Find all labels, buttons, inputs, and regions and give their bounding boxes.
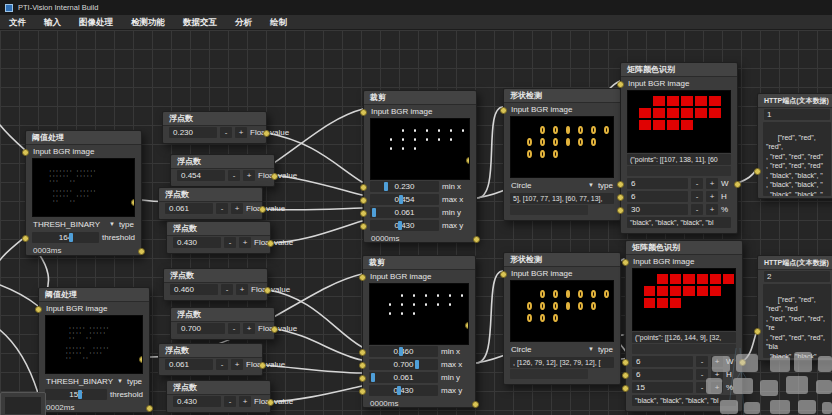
node-title[interactable]: HTTP端点(文本数据) bbox=[758, 94, 832, 108]
max-y-slider[interactable]: 0.430 bbox=[369, 385, 438, 396]
output-port[interactable] bbox=[146, 405, 153, 412]
max-x-slider[interactable]: 0.700 bbox=[369, 359, 438, 370]
plus-button[interactable]: + bbox=[243, 170, 255, 181]
result-field[interactable]: "black", "black", "black", "bl bbox=[632, 395, 736, 406]
width-port[interactable] bbox=[622, 359, 629, 366]
node-float-1[interactable]: 浮点数 0.230 - + Float value bbox=[162, 111, 267, 144]
input-port[interactable] bbox=[754, 168, 761, 175]
output-port[interactable] bbox=[267, 240, 274, 247]
minus-button[interactable]: - bbox=[691, 204, 703, 215]
node-float-6[interactable]: 浮点数 0.700 - + Float value bbox=[170, 307, 275, 340]
image-output-port[interactable] bbox=[139, 356, 143, 363]
image-output-port[interactable] bbox=[466, 157, 470, 164]
plus-button[interactable]: + bbox=[236, 284, 248, 295]
slider-handle[interactable] bbox=[69, 233, 73, 242]
node-title[interactable]: 裁剪 bbox=[364, 91, 476, 105]
minus-button[interactable]: - bbox=[696, 356, 708, 367]
node-float-4[interactable]: 浮点数 0.430 - + Float value bbox=[166, 221, 271, 254]
points-output-field[interactable]: , [126, 79, 12], [32, 79, 12], [ bbox=[510, 357, 614, 368]
node-float-3[interactable]: 浮点数 0.061 - + Float value bbox=[158, 187, 263, 220]
plus-button[interactable]: + bbox=[231, 359, 243, 370]
max-x-slider[interactable]: 0.454 bbox=[370, 194, 439, 205]
mode-dropdown[interactable]: THRESH_BINARY ▼ type bbox=[26, 217, 141, 231]
plus-button[interactable]: + bbox=[711, 382, 723, 393]
max-x-port[interactable] bbox=[360, 197, 367, 204]
plus-button[interactable]: + bbox=[706, 191, 718, 202]
plus-button[interactable]: + bbox=[231, 203, 243, 214]
plus-button[interactable]: + bbox=[239, 396, 251, 407]
secondary-field[interactable] bbox=[632, 344, 736, 354]
node-title[interactable]: 浮点数 bbox=[159, 188, 262, 202]
plus-button[interactable]: + bbox=[239, 237, 251, 248]
threshold-slider[interactable]: 164 bbox=[32, 232, 99, 243]
input-port[interactable] bbox=[617, 81, 624, 88]
min-y-port[interactable] bbox=[360, 210, 367, 217]
result-field[interactable]: "black", "black", "black", "bl bbox=[627, 217, 731, 228]
result-output-port[interactable] bbox=[734, 181, 741, 188]
node-title[interactable]: 浮点数 bbox=[167, 381, 270, 395]
output-port[interactable] bbox=[264, 287, 271, 294]
min-y-port[interactable] bbox=[359, 375, 366, 382]
max-x-port[interactable] bbox=[359, 362, 366, 369]
min-y-slider[interactable]: 0.061 bbox=[370, 207, 439, 218]
node-title[interactable]: 阈值处理 bbox=[39, 288, 149, 302]
secondary-field[interactable] bbox=[510, 369, 588, 379]
input-port[interactable] bbox=[35, 306, 42, 313]
node-crop-2[interactable]: 裁剪 Input BGR image 0.460 min x 0.700 max… bbox=[362, 255, 476, 408]
node-matrix-color-1[interactable]: 矩阵颜色识别 Input BGR image ("points": [[107,… bbox=[620, 62, 738, 234]
node-title[interactable]: 矩阵颜色识别 bbox=[621, 63, 737, 77]
node-threshold-2[interactable]: 阈值处理 Input BGR image ::::: :::::: :::: :… bbox=[38, 287, 150, 413]
node-title[interactable]: 矩阵颜色识别 bbox=[626, 241, 742, 255]
output-port[interactable] bbox=[271, 173, 278, 180]
height-field[interactable]: 6 bbox=[627, 191, 688, 202]
output-port[interactable] bbox=[263, 130, 270, 137]
input-port[interactable] bbox=[359, 274, 366, 281]
node-http-endpoint-2[interactable]: HTTP端点(文本数据) 2 ["red", "red", "red", "re… bbox=[757, 255, 832, 361]
minus-button[interactable]: - bbox=[696, 369, 708, 380]
menu-detection[interactable]: 检测功能 bbox=[122, 15, 174, 30]
node-title[interactable]: 浮点数 bbox=[159, 344, 262, 358]
minus-button[interactable]: - bbox=[224, 396, 236, 407]
float-value-field[interactable]: 0.061 bbox=[165, 203, 213, 214]
width-field[interactable]: 6 bbox=[632, 356, 693, 367]
float-value-field[interactable]: 0.230 bbox=[169, 127, 217, 138]
node-http-endpoint-1[interactable]: HTTP端点(文本数据) 1 ["red", "red", "red", , "… bbox=[757, 93, 832, 199]
output-port[interactable] bbox=[138, 248, 145, 255]
node-canvas[interactable]: 阈值处理 Input BGR image ::::::: :::::: ::::… bbox=[0, 30, 832, 415]
minus-button[interactable]: - bbox=[228, 170, 240, 181]
node-float-5[interactable]: 浮点数 0.460 - + Float value bbox=[163, 268, 268, 301]
menu-file[interactable]: 文件 bbox=[0, 15, 35, 30]
plus-button[interactable]: + bbox=[243, 323, 255, 334]
node-float-2[interactable]: 浮点数 0.454 - + Float value bbox=[170, 154, 275, 187]
image-output-port[interactable] bbox=[131, 199, 135, 206]
slider-handle[interactable] bbox=[397, 386, 401, 395]
slider-handle[interactable] bbox=[399, 347, 403, 356]
float-value-field[interactable]: 0.460 bbox=[170, 284, 218, 295]
float-value-field[interactable]: 0.454 bbox=[177, 170, 225, 181]
max-y-port[interactable] bbox=[360, 223, 367, 230]
points-input-field[interactable]: ("points": [[107, 138, 11], [60 bbox=[627, 154, 731, 165]
node-threshold-1[interactable]: 阈值处理 Input BGR image ::::::: :::::: ::::… bbox=[25, 130, 142, 256]
slider-handle[interactable] bbox=[384, 182, 388, 191]
minus-button[interactable]: - bbox=[228, 323, 240, 334]
slider-handle[interactable] bbox=[398, 221, 402, 230]
node-matrix-color-2[interactable]: 矩阵颜色识别 Input BGR image ("points": [[126,… bbox=[625, 240, 743, 412]
output-port[interactable] bbox=[259, 206, 266, 213]
partial-node[interactable] bbox=[0, 392, 46, 415]
slider-handle[interactable] bbox=[371, 373, 375, 382]
float-value-field[interactable]: 0.061 bbox=[165, 359, 213, 370]
input-port[interactable] bbox=[360, 109, 367, 116]
percent-port[interactable] bbox=[617, 207, 624, 214]
plus-button[interactable]: + bbox=[235, 127, 247, 138]
threshold-slider[interactable]: 157 bbox=[45, 389, 107, 400]
minus-button[interactable]: - bbox=[221, 284, 233, 295]
node-float-8[interactable]: 浮点数 0.430 - + Float value bbox=[166, 380, 271, 413]
slider-handle[interactable] bbox=[399, 195, 403, 204]
percent-field[interactable]: 30 bbox=[627, 204, 688, 215]
plus-button[interactable]: + bbox=[711, 356, 723, 367]
minus-button[interactable]: - bbox=[691, 191, 703, 202]
minus-button[interactable]: - bbox=[220, 127, 232, 138]
slider-handle[interactable] bbox=[78, 390, 82, 399]
percent-port[interactable] bbox=[622, 385, 629, 392]
threshold-port[interactable] bbox=[22, 235, 29, 242]
